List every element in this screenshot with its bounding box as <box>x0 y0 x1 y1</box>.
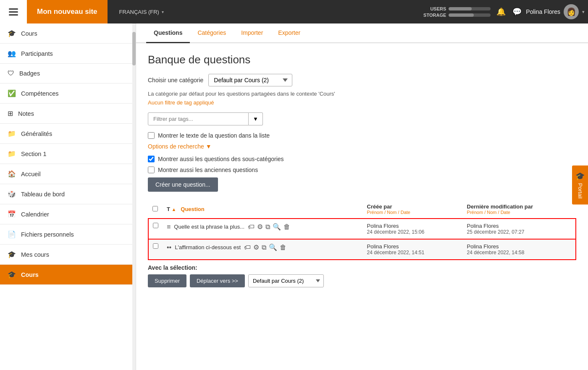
type-column-header[interactable]: T ▲ Question <box>163 200 363 219</box>
modified-date: 25 décembre 2022, 07:27 <box>467 229 571 235</box>
table-row: ≡ Quelle est la phrase la plus... 🏷 ⚙ ⧉ … <box>148 219 576 239</box>
storage-bar <box>449 13 491 17</box>
sidebar-item-mes-cours[interactable]: 🎓 Mes cours <box>0 245 136 265</box>
question-col-label: Question <box>181 206 204 212</box>
storage-info: USERS STORAGE <box>423 6 491 18</box>
sidebar-item-label: Participants <box>21 50 53 57</box>
sidebar-item-label: Cours <box>21 271 39 278</box>
row-checkbox[interactable] <box>153 243 158 249</box>
sidebar-item-label: Cours <box>21 30 37 37</box>
search-options-link[interactable]: Options de recherche ▼ <box>148 143 576 150</box>
supprimer-button[interactable]: Supprimer <box>148 274 186 287</box>
select-all-checkbox[interactable] <box>152 206 158 211</box>
filter-dropdown-button[interactable]: ▼ <box>249 112 263 125</box>
users-label: USERS <box>423 6 446 11</box>
show-old-questions-label: Montrer aussi les anciennes questions <box>158 167 258 173</box>
mycourses-icon: 🎓 <box>8 250 16 258</box>
created-date: 24 décembre 2022, 14:51 <box>367 250 459 255</box>
tab-questions[interactable]: Questions <box>146 23 190 43</box>
no-filter-link[interactable]: Aucun filtre de tag appliqué <box>148 99 576 106</box>
page-content: Banque de questions Choisir une catégori… <box>136 43 588 297</box>
language-selector[interactable]: FRANÇAIS (FR) ▾ <box>119 9 164 15</box>
preview-action-icon[interactable]: 🔍 <box>273 223 281 231</box>
modified-by: Polina Flores <box>467 243 571 250</box>
sidebar-item-fichiers-personnels[interactable]: 📄 Fichiers personnels <box>0 224 136 245</box>
content-area: Questions Catégories Importer Exporter B… <box>136 23 588 370</box>
site-name[interactable]: Mon nouveau site <box>27 0 108 23</box>
tag-action-icon[interactable]: 🏷 <box>248 223 255 231</box>
sidebar-item-accueil[interactable]: 🏠 Accueil <box>0 164 136 184</box>
sidebar-item-label: Fichiers personnels <box>21 231 74 238</box>
avatar: 👩 <box>564 4 579 19</box>
cours-active-icon: 🎓 <box>8 271 16 279</box>
home-icon: 🏠 <box>8 170 16 178</box>
search-options-label: Options de recherche <box>148 143 204 150</box>
sidebar-item-label: Accueil <box>21 171 41 177</box>
create-question-button[interactable]: Créer une question... <box>148 177 218 192</box>
sidebar-item-competences[interactable]: ✅ Compétences <box>0 83 136 104</box>
row-checkbox[interactable] <box>153 223 158 228</box>
users-bar <box>449 7 491 10</box>
question-type-icon: •• <box>167 244 171 251</box>
portal-tab[interactable]: 🎓 Portail <box>572 166 588 205</box>
filter-row: ▼ <box>148 112 576 125</box>
category-label: Choisir une catégorie <box>148 77 203 83</box>
page-title: Banque de questions <box>148 53 576 66</box>
hamburger-menu[interactable] <box>0 0 27 23</box>
folder-icon: 📁 <box>8 130 16 138</box>
created-date: 24 décembre 2022, 15:06 <box>367 229 459 235</box>
delete-action-icon[interactable]: 🗑 <box>284 223 290 231</box>
calendar-icon: 📅 <box>8 210 16 218</box>
hamburger-icon <box>9 8 18 16</box>
sidebar-item-notes[interactable]: ⊞ Notes <box>0 104 136 124</box>
sidebar-item-calendrier[interactable]: 📅 Calendrier <box>0 204 136 224</box>
sidebar-item-tableau-de-bord[interactable]: 🎲 Tableau de bord <box>0 184 136 204</box>
show-old-questions-checkbox[interactable] <box>148 167 155 173</box>
copy-action-icon[interactable]: ⧉ <box>262 244 266 251</box>
preview-action-icon[interactable]: 🔍 <box>269 243 277 251</box>
sidebar-item-cours-active[interactable]: 🎓 Cours <box>0 265 136 285</box>
content-inner: Questions Catégories Importer Exporter B… <box>136 23 588 370</box>
sidebar-item-badges[interactable]: 🛡 Badges <box>0 64 136 83</box>
language-dropdown-arrow: ▾ <box>162 10 164 14</box>
tabs-bar: Questions Catégories Importer Exporter <box>136 23 588 43</box>
sidebar-item-generalites[interactable]: 📁 Généralités <box>0 124 136 144</box>
avec-selection-section: Avec la sélection: Supprimer Déplacer ve… <box>148 264 576 287</box>
deplacer-button[interactable]: Déplacer vers >> <box>190 274 245 287</box>
people-icon: 👥 <box>8 50 16 57</box>
notifications-icon[interactable]: 🔔 <box>496 7 506 16</box>
scrollbar-thumb[interactable] <box>132 32 136 65</box>
tab-importer[interactable]: Importer <box>234 23 270 43</box>
settings-action-icon[interactable]: ⚙ <box>253 243 259 251</box>
sidebar-item-section1[interactable]: 📁 Section 1 <box>0 144 136 164</box>
sidebar-item-cours-top[interactable]: 🎓 Cours <box>0 23 136 44</box>
shield-icon: 🛡 <box>8 70 14 77</box>
sidebar: 🎓 Cours 👥 Participants 🛡 Badges ✅ Compét… <box>0 23 136 370</box>
show-question-text-label: Montrer le texte de la question dans la … <box>158 132 270 139</box>
delete-action-icon[interactable]: 🗑 <box>280 244 286 251</box>
table-header: T ▲ Question Créée par Prénom / Nom / Da… <box>148 200 576 219</box>
created-by-header: Créée par Prénom / Nom / Date <box>363 200 463 219</box>
tag-filter-input[interactable] <box>148 112 249 125</box>
category-select[interactable]: Default par Cours (2) <box>208 74 292 86</box>
category-desc: La catégorie par défaut pour les questio… <box>148 91 576 97</box>
tab-exporter[interactable]: Exporter <box>270 23 308 43</box>
user-name: Polina Flores <box>526 8 560 15</box>
user-menu[interactable]: Polina Flores 👩 ▾ <box>526 4 585 19</box>
sidebar-item-participants[interactable]: 👥 Participants <box>0 44 136 64</box>
show-subcategories-checkbox[interactable] <box>148 156 155 162</box>
tag-action-icon[interactable]: 🏷 <box>244 244 251 251</box>
question-actions: 🏷 ⚙ ⧉ 🔍 🗑 <box>248 223 290 231</box>
tab-categories[interactable]: Catégories <box>190 23 234 43</box>
deplacer-category-select[interactable]: Default par Cours (2) <box>248 274 324 287</box>
modified-date: 24 décembre 2022, 14:58 <box>467 250 571 255</box>
messages-icon[interactable]: 💬 <box>512 7 522 16</box>
show-question-text-checkbox[interactable] <box>148 132 155 139</box>
settings-action-icon[interactable]: ⚙ <box>257 223 263 231</box>
user-dropdown-arrow: ▾ <box>582 9 585 15</box>
storage-label: STORAGE <box>423 13 446 18</box>
sidebar-item-label: Section 1 <box>21 151 46 157</box>
modified-by-header: Dernière modification par Prénom / Nom /… <box>463 200 576 219</box>
copy-action-icon[interactable]: ⧉ <box>265 223 270 231</box>
sort-arrow: ▲ <box>172 207 176 212</box>
